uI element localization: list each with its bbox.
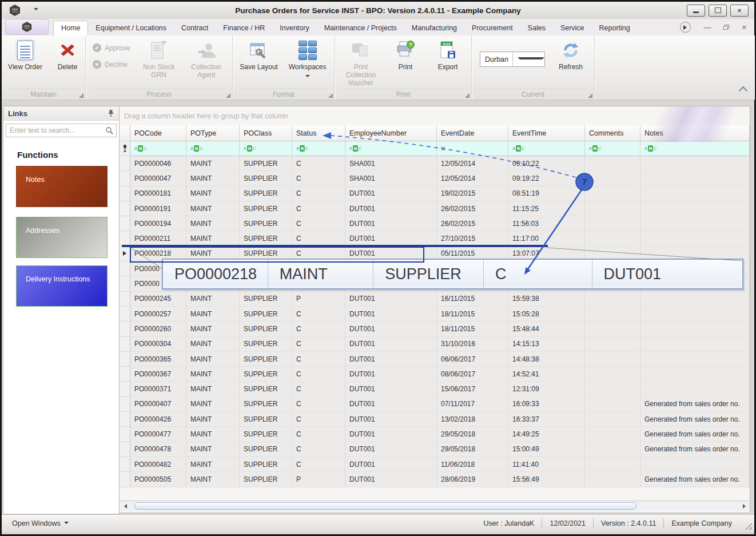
cell-eventdate: 31/10/2016 [437,337,508,352]
svg-text:?: ? [409,42,412,47]
table-row[interactable]: PO0000191MAINTSUPPLIERCDUT00126/02/20151… [120,201,750,216]
column-header-comments[interactable]: Comments [585,125,640,141]
non-stock-grn-button[interactable]: Non Stock GRN [136,39,182,81]
filter-cell-eventdate[interactable]: = [437,141,508,156]
table-row[interactable]: PO0000477MAINTSUPPLIERCDUT00129/05/20181… [120,427,750,442]
column-header-notes[interactable]: Notes [640,125,750,141]
column-header-pocode[interactable]: POCode [130,125,186,141]
close-button[interactable]: × [730,5,749,17]
row-indicator-cell [120,472,130,487]
print-collection-voucher-button[interactable]: Print Collection Voucher [339,39,383,88]
column-header-status[interactable]: Status [292,125,345,141]
links-search-box [6,124,117,137]
table-row[interactable]: PO0000046MAINTSUPPLIERCSHA00112/05/20140… [120,156,750,171]
maintain-dialog-launcher-icon[interactable] [79,93,83,98]
view-order-button[interactable]: View Order [5,39,45,73]
application-menu-button[interactable] [5,19,49,35]
tab-home[interactable]: Home [53,21,88,35]
collapse-ribbon-icon[interactable] [739,86,748,96]
function-button-notes[interactable]: Notes [16,166,108,207]
tab-sales[interactable]: Sales [520,21,553,35]
table-row[interactable]: PO0000181MAINTSUPPLIERCDUT00119/02/20150… [120,186,750,201]
tab-reporting[interactable]: Reporting [592,21,638,35]
tab-equipment-locations[interactable]: Equipment / Locations [88,21,174,35]
table-row[interactable]: PO0000426MAINTSUPPLIERCDUT00113/02/20181… [120,412,750,427]
cell-employeenumber: DUT001 [345,397,437,412]
table-row[interactable]: PO0000505MAINTSUPPLIERPDUT00128/06/20191… [120,472,750,487]
scroll-right-icon[interactable] [741,504,750,509]
table-row[interactable]: PO0000482MAINTSUPPLIERCDUT00111/06/20181… [120,457,750,472]
column-header-employeenumber[interactable]: EmployeeNumber [345,125,437,141]
collection-agent-button[interactable]: Collection Agent [184,39,229,81]
cell-status: C [292,231,345,246]
save-layout-button[interactable]: Save Layout [236,39,281,73]
print-dialog-launcher-icon[interactable] [465,93,469,98]
horizontal-scrollbar[interactable] [120,501,750,511]
tab-procurement[interactable]: Procurement [464,21,520,35]
cell-poclass: SUPPLIER [240,321,292,336]
process-dialog-launcher-icon[interactable] [226,93,230,98]
table-row[interactable]: PO0000194MAINTSUPPLIERCDUT00126/02/20151… [120,216,750,231]
table-row[interactable]: PO0000304MAINTSUPPLIERCDUT00131/10/20161… [120,337,750,352]
filter-cell-potype[interactable]: ABC [186,141,240,156]
row-indicator-cell [120,427,130,442]
mdi-restore-icon[interactable] [723,25,729,30]
site-select[interactable]: Durban [480,51,545,67]
format-dialog-launcher-icon[interactable] [328,93,333,98]
scrollbar-thumb[interactable] [134,502,636,510]
table-row[interactable]: PO0000371MAINTSUPPLIERCDUT00115/06/20171… [120,382,750,396]
cell-employeenumber: DUT001 [345,352,437,367]
column-header-poclass[interactable]: POClass [240,125,292,141]
search-icon[interactable] [105,126,113,134]
mdi-minimize-icon[interactable]: — [703,25,711,30]
column-header-eventdate[interactable]: EventDate [437,125,508,141]
minimize-button[interactable] [687,5,705,17]
tab-manufacturing[interactable]: Manufacturing [404,21,464,35]
cell-employeenumber: DUT001 [345,472,437,487]
function-button-delivery-instructions[interactable]: Delivery Instructions [16,265,108,307]
ribbon-scroll-icon[interactable] [680,22,691,33]
mdi-close-icon[interactable]: × [742,25,746,30]
column-header-potype[interactable]: POType [186,125,240,141]
current-dialog-launcher-icon[interactable] [588,93,592,98]
filter-cell-poclass[interactable]: ABC [240,141,292,156]
tab-contract[interactable]: Contract [174,21,216,35]
table-row[interactable]: PO0000260MAINTSUPPLIERCDUT00118/11/20151… [120,321,750,336]
refresh-button[interactable]: Refresh [551,39,591,73]
tab-inventory[interactable]: Inventory [272,21,316,35]
print-button[interactable]: ? Print [385,39,425,73]
table-row[interactable]: PO0000367MAINTSUPPLIERCDUT00108/06/20171… [120,367,750,382]
filter-cell-eventtime[interactable]: ABC [508,141,585,156]
cell-potype: MAINT [186,427,240,442]
approve-button[interactable]: ✓ Approve [93,43,130,52]
table-row[interactable]: PO0000211MAINTSUPPLIERCDUT00127/10/20151… [120,231,750,246]
filter-cell-comments[interactable]: ABC [585,141,640,156]
filter-cell-employeenumber[interactable]: ABC [345,141,437,156]
filter-cell-status[interactable]: ABC [292,141,345,156]
maximize-button[interactable] [709,5,727,17]
table-row[interactable]: PO0000047MAINTSUPPLIERCSHA00112/05/20140… [120,171,750,186]
function-button-addresses[interactable]: Addresses [16,217,108,258]
table-row[interactable]: PO0000365MAINTSUPPLIERCDUT00106/06/20171… [120,352,750,367]
open-windows-button[interactable]: Open Windows [12,519,69,527]
table-row[interactable]: PO0000257MAINTSUPPLIERCDUT00118/11/20151… [120,307,750,321]
search-input[interactable] [6,126,105,135]
tab-finance-hr[interactable]: Finance / HR [216,21,272,35]
table-row[interactable]: PO0000407MAINTSUPPLIERCDUT00107/11/20171… [120,397,750,412]
workspaces-button[interactable]: Workspaces [284,39,331,81]
table-row[interactable]: PO0000245MAINTSUPPLIERPDUT00116/11/20151… [120,292,750,307]
filter-cell-notes[interactable]: ABC [640,141,750,156]
export-button[interactable]: XLSX Export [428,39,468,73]
filter-cell-pocode[interactable]: ABC [130,141,186,156]
tab-service[interactable]: Service [553,21,592,35]
decline-button[interactable]: × Decline [93,60,130,69]
view-order-icon [17,41,33,60]
resize-grip[interactable] [745,523,752,530]
pin-icon[interactable] [108,109,114,117]
delete-button[interactable]: ✕ Delete [47,39,87,73]
scroll-left-icon[interactable] [120,504,129,509]
cell-comments [585,367,640,382]
column-header-eventtime[interactable]: EventTime [508,125,585,141]
tab-maintenance-projects[interactable]: Maintenance / Projects [317,21,404,35]
table-row[interactable]: PO0000478MAINTSUPPLIERCDUT00129/05/20181… [120,442,750,457]
